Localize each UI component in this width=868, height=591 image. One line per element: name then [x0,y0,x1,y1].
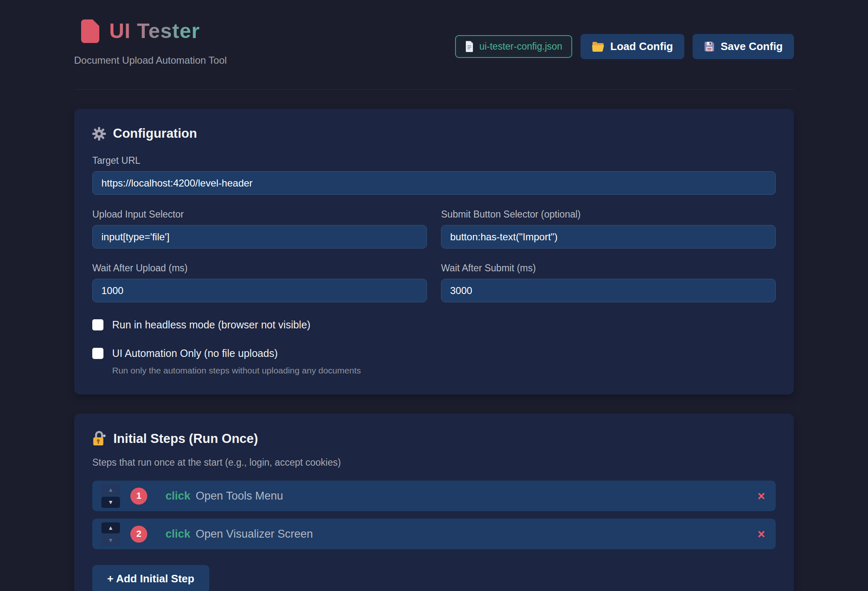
header-divider [74,89,794,90]
step-2-number-badge: 2 [130,526,147,543]
step-row-2: ▲ ▼ 2 click Open Visualizer Screen × [92,519,776,549]
initial-steps-heading: Initial Steps (Run Once) [92,431,776,446]
load-config-label: Load Config [610,40,673,53]
wait-upload-field-group: Wait After Upload (ms) [92,263,427,302]
submit-selector-field-group: Submit Button Selector (optional) [441,209,776,249]
wait-submit-label: Wait After Submit (ms) [441,263,776,274]
step-1-reorder-control: ▲ ▼ [101,484,120,508]
initial-steps-description: Steps that run once at the start (e.g., … [92,457,776,468]
folder-icon [592,41,604,52]
headless-mode-row: Run in headless mode (browser not visibl… [92,319,776,331]
configuration-card: Configuration Target URL Upload Input Se… [74,109,794,395]
wait-submit-input[interactable] [441,279,776,302]
header: UI Tester Document Upload Automation Too… [74,19,794,66]
config-file-name: ui-tester-config.json [479,41,562,52]
initial-steps-title: Initial Steps (Run Once) [113,431,258,446]
upload-selector-field-group: Upload Input Selector [92,209,427,249]
configuration-heading: Configuration [92,126,776,141]
step-2-name: Open Visualizer Screen [196,528,313,541]
upload-selector-label: Upload Input Selector [92,209,427,220]
app-logo-file-icon [81,19,99,43]
step-1-move-down-button[interactable]: ▼ [101,497,120,508]
ui-automation-only-row: UI Automation Only (no file uploads) [92,347,776,359]
target-url-input[interactable] [92,171,776,195]
page-title: UI Tester [109,19,200,43]
step-2-action-type: click [165,528,190,541]
headless-mode-label: Run in headless mode (browser not visibl… [112,319,310,331]
step-1-action-type: click [165,490,190,502]
brand-block: UI Tester Document Upload Automation Too… [74,19,227,66]
step-2-move-down-button[interactable]: ▼ [101,535,120,546]
wait-submit-field-group: Wait After Submit (ms) [441,263,776,302]
header-actions: ui-tester-config.json Load Config [455,34,794,59]
step-row-1: ▲ ▼ 1 click Open Tools Menu × [92,481,776,511]
gear-icon [92,127,106,141]
step-1-number-badge: 1 [130,488,147,505]
upload-selector-input[interactable] [92,225,427,249]
ui-automation-only-label: UI Automation Only (no file uploads) [112,347,278,359]
load-config-button[interactable]: Load Config [580,34,684,59]
ui-automation-only-help: Run only the automation steps without up… [112,366,776,376]
step-1-delete-button[interactable]: × [758,490,765,502]
lock-icon [92,431,106,446]
add-initial-step-button[interactable]: + Add Initial Step [92,565,209,591]
floppy-disk-icon [704,41,715,52]
ui-automation-only-checkbox[interactable] [92,348,103,359]
target-url-field-group: Target URL [92,155,776,195]
submit-selector-input[interactable] [441,225,776,249]
wait-upload-input[interactable] [92,279,427,302]
submit-selector-label: Submit Button Selector (optional) [441,209,776,220]
step-1-move-up-button[interactable]: ▲ [101,484,120,495]
step-2-move-up-button[interactable]: ▲ [101,522,120,534]
target-url-label: Target URL [92,155,776,166]
step-2-delete-button[interactable]: × [758,528,765,541]
document-icon [465,41,474,52]
step-2-reorder-control: ▲ ▼ [101,522,120,546]
save-config-button[interactable]: Save Config [693,34,794,59]
initial-steps-card: Initial Steps (Run Once) Steps that run … [74,414,794,591]
save-config-label: Save Config [721,40,783,53]
step-1-name: Open Tools Menu [196,490,283,502]
wait-upload-label: Wait After Upload (ms) [92,263,427,274]
page-subtitle: Document Upload Automation Tool [74,55,227,66]
headless-mode-checkbox[interactable] [92,319,103,330]
config-file-badge: ui-tester-config.json [455,35,572,58]
page-container: UI Tester Document Upload Automation Too… [74,0,794,591]
configuration-title: Configuration [113,126,197,141]
